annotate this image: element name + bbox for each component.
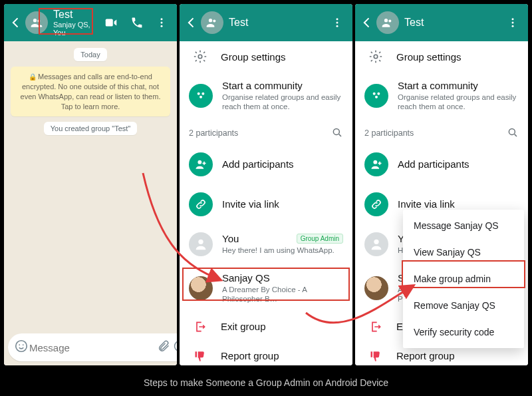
start-community-row[interactable]: Start a community Organise related group… <box>355 72 528 120</box>
participant-you-row[interactable]: You Group Admin Hey there! I am using Wh… <box>180 224 352 264</box>
voice-call-icon[interactable] <box>130 16 144 29</box>
add-participants-row[interactable]: Add participants <box>180 144 352 184</box>
add-person-icon <box>189 152 213 176</box>
info-topbar: Test <box>355 4 528 41</box>
svg-point-14 <box>213 20 215 23</box>
community-icon <box>189 84 213 108</box>
svg-point-31 <box>373 93 376 95</box>
composer: ₹ <box>4 329 177 365</box>
more-icon[interactable] <box>331 17 343 29</box>
svg-rect-2 <box>106 19 113 27</box>
svg-point-29 <box>512 25 514 27</box>
emoji-icon[interactable] <box>13 339 29 356</box>
message-input-container[interactable]: ₹ <box>8 333 177 361</box>
avatar <box>189 276 213 300</box>
message-input[interactable] <box>29 342 156 353</box>
avatar <box>364 276 388 300</box>
chat-screen: Test Sanjay QS, You Today 🔒Messages and … <box>4 4 177 365</box>
video-call-icon[interactable] <box>104 15 118 30</box>
more-icon[interactable] <box>507 17 519 29</box>
svg-point-8 <box>23 344 24 345</box>
svg-point-34 <box>509 128 515 134</box>
menu-view[interactable]: View Sanjay QS <box>403 239 524 266</box>
back-icon[interactable] <box>360 16 374 29</box>
svg-point-18 <box>198 55 202 59</box>
more-icon[interactable] <box>156 17 168 29</box>
chat-subtitle: Sanjay QS, You <box>53 21 104 37</box>
group-settings-row[interactable]: Group settings <box>180 41 352 72</box>
svg-point-16 <box>336 22 338 24</box>
exit-icon <box>189 320 211 333</box>
group-avatar-icon[interactable] <box>201 11 223 34</box>
menu-verify[interactable]: Verify security code <box>403 319 524 345</box>
payment-icon[interactable]: ₹ <box>172 339 177 355</box>
svg-point-6 <box>16 341 27 352</box>
group-info-screen: Test Group settings Start a <box>180 4 352 365</box>
svg-point-28 <box>512 22 514 24</box>
chat-title-tap-area[interactable]: Test Sanjay QS, You <box>53 9 104 37</box>
menu-message[interactable]: Message Sanjay QS <box>403 212 524 239</box>
menu-remove[interactable]: Remove Sanjay QS <box>403 292 524 319</box>
invite-link-row[interactable]: Invite via link <box>180 184 352 224</box>
svg-point-17 <box>336 25 338 27</box>
svg-point-9 <box>175 341 178 351</box>
group-avatar-icon[interactable] <box>25 11 48 34</box>
caption: Steps to make Someone a Group Admin on A… <box>0 369 532 396</box>
svg-point-20 <box>201 93 204 95</box>
exit-group-row[interactable]: Exit group <box>180 312 352 341</box>
svg-point-32 <box>377 93 380 95</box>
start-community-row[interactable]: Start a community Organise related group… <box>180 72 352 120</box>
back-icon[interactable] <box>9 16 23 29</box>
encryption-notice[interactable]: 🔒Messages and calls are end-to-end encry… <box>11 67 170 116</box>
svg-point-30 <box>374 55 378 59</box>
svg-point-5 <box>161 25 163 27</box>
link-icon <box>189 192 213 216</box>
svg-point-19 <box>198 93 200 95</box>
chat-body: Today 🔒Messages and calls are end-to-end… <box>4 41 177 329</box>
svg-point-36 <box>374 239 378 244</box>
gear-icon <box>364 49 387 64</box>
svg-point-4 <box>161 22 163 24</box>
svg-point-13 <box>209 19 212 22</box>
participant-context-menu: Message Sanjay QS View Sanjay QS Make gr… <box>403 210 524 348</box>
community-icon <box>364 84 388 108</box>
back-icon[interactable] <box>185 16 198 29</box>
thumbs-down-icon <box>189 349 211 363</box>
svg-point-24 <box>198 239 203 244</box>
chat-topbar: Test Sanjay QS, You <box>4 4 177 41</box>
report-group-row[interactable]: Report group <box>180 341 352 366</box>
svg-point-22 <box>333 128 339 134</box>
group-settings-row[interactable]: Group settings <box>355 41 528 72</box>
lock-icon: 🔒 <box>29 73 37 81</box>
svg-point-27 <box>512 18 514 20</box>
date-pill: Today <box>74 48 106 61</box>
thumbs-down-icon <box>364 349 387 363</box>
group-info-screen-menu: Test Group settings Start a commun <box>355 4 528 365</box>
gear-icon <box>189 49 211 64</box>
svg-point-7 <box>19 344 20 345</box>
avatar-placeholder-icon <box>364 232 388 256</box>
svg-point-26 <box>388 20 391 23</box>
svg-point-1 <box>37 20 40 23</box>
info-topbar: Test <box>180 4 352 41</box>
svg-point-33 <box>375 96 378 99</box>
add-participants-row[interactable]: Add participants <box>355 144 528 184</box>
link-icon <box>364 192 388 216</box>
search-participants-icon[interactable] <box>507 126 519 140</box>
svg-point-21 <box>200 96 202 99</box>
group-avatar-icon[interactable] <box>376 11 399 34</box>
admin-badge: Group Admin <box>297 234 343 244</box>
avatar-placeholder-icon <box>189 232 213 256</box>
svg-point-15 <box>336 18 338 20</box>
svg-point-0 <box>33 19 37 22</box>
participants-count: 2 participants <box>189 128 238 138</box>
info-title: Test <box>229 17 331 29</box>
participant-sanjay-row[interactable]: Sanjay QS A Dreamer By Choice - A Philos… <box>180 264 352 312</box>
search-participants-icon[interactable] <box>331 126 343 140</box>
svg-point-23 <box>198 160 201 164</box>
menu-make-admin[interactable]: Make group admin <box>403 266 524 292</box>
system-message: You created group "Test" <box>44 122 138 135</box>
svg-point-25 <box>384 19 388 22</box>
add-person-icon <box>364 152 388 176</box>
attach-icon[interactable] <box>156 339 172 355</box>
